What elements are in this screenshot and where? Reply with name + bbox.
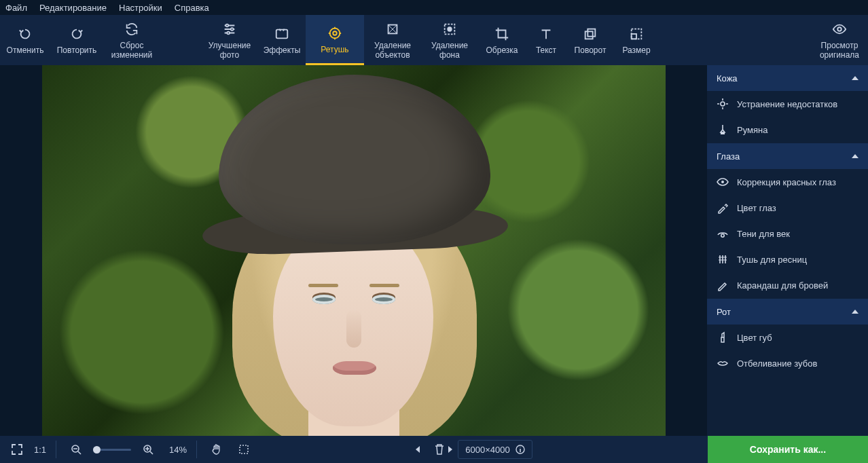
info-icon[interactable] bbox=[516, 445, 525, 454]
hand-tool-button[interactable] bbox=[206, 436, 227, 463]
next-button[interactable] bbox=[440, 436, 460, 463]
retouch-button[interactable]: Ретушь bbox=[306, 15, 364, 65]
eye-icon bbox=[717, 176, 729, 188]
zoom-in-button[interactable] bbox=[138, 436, 158, 463]
eyeshadow-icon bbox=[717, 227, 729, 240]
item-eyeshadow[interactable]: Тени для век bbox=[707, 221, 868, 246]
remove-objects-button[interactable]: Удаление объектов bbox=[364, 15, 421, 65]
prev-button[interactable] bbox=[408, 436, 428, 463]
section-eyes-header[interactable]: Глаза bbox=[707, 143, 868, 169]
fullscreen-icon bbox=[11, 443, 23, 456]
chevron-up-icon bbox=[852, 154, 858, 158]
photo-preview bbox=[42, 65, 666, 436]
menu-file[interactable]: Файл bbox=[5, 3, 27, 13]
menu-help[interactable]: Справка bbox=[175, 3, 209, 13]
svg-point-1 bbox=[231, 28, 234, 31]
svg-point-8 bbox=[447, 26, 452, 31]
mascara-icon bbox=[717, 253, 729, 265]
svg-point-14 bbox=[721, 102, 725, 106]
item-mascara[interactable]: Тушь для ресниц bbox=[707, 246, 868, 272]
lipstick-icon bbox=[717, 331, 729, 344]
svg-point-2 bbox=[227, 32, 230, 35]
svg-rect-21 bbox=[240, 445, 248, 453]
bottom-bar: 1:1 14% 6000×4000 Сохранить как... bbox=[0, 436, 868, 463]
redo-button[interactable]: Повторить bbox=[50, 15, 103, 65]
reset-icon bbox=[124, 22, 139, 37]
section-skin-header[interactable]: Кожа bbox=[707, 65, 868, 91]
rotate-button[interactable]: Поворот bbox=[566, 15, 614, 65]
eye-icon bbox=[832, 22, 847, 37]
retouch-icon bbox=[327, 26, 342, 41]
dimensions-display: 6000×4000 bbox=[458, 440, 532, 459]
remove-bg-button[interactable]: Удаление фона bbox=[421, 15, 478, 65]
main-area: Кожа Устранение недостатков Румяна Глаза… bbox=[0, 65, 868, 436]
enhance-button[interactable]: Улучшение фото bbox=[201, 15, 258, 65]
reset-button[interactable]: Сброс изменений bbox=[103, 15, 160, 65]
crop-icon bbox=[494, 26, 509, 41]
zoom-in-icon bbox=[143, 444, 153, 455]
resize-button[interactable]: Размер bbox=[614, 15, 659, 65]
svg-point-13 bbox=[837, 27, 842, 31]
menu-settings[interactable]: Настройки bbox=[119, 3, 162, 13]
rotate-icon bbox=[583, 26, 598, 41]
item-red-eye[interactable]: Коррекция красных глаз bbox=[707, 169, 868, 195]
save-as-button[interactable]: Сохранить как... bbox=[708, 436, 868, 463]
selection-tool-button[interactable] bbox=[234, 436, 254, 463]
sliders-icon bbox=[222, 22, 237, 37]
zoom-percent: 14% bbox=[169, 445, 187, 455]
crop-button[interactable]: Обрезка bbox=[478, 15, 526, 65]
zoom-out-icon bbox=[71, 444, 82, 455]
svg-point-0 bbox=[226, 24, 229, 27]
menu-edit[interactable]: Редактирование bbox=[39, 3, 107, 13]
svg-point-5 bbox=[333, 31, 337, 35]
zoom-slider-thumb[interactable] bbox=[93, 446, 101, 453]
retouch-panel: Кожа Устранение недостатков Румяна Глаза… bbox=[707, 65, 868, 436]
undo-button[interactable]: Отменить bbox=[0, 15, 50, 65]
view-original-button[interactable]: Просмотр оригинала bbox=[811, 15, 868, 65]
undo-icon bbox=[18, 26, 33, 41]
selection-icon bbox=[238, 443, 250, 456]
item-teeth-whiten[interactable]: Отбеливание зубов bbox=[707, 350, 868, 376]
chevron-up-icon bbox=[852, 76, 858, 80]
dropper-icon bbox=[717, 202, 729, 214]
item-blemish-removal[interactable]: Устранение недостатков bbox=[707, 91, 868, 117]
canvas-area[interactable] bbox=[0, 65, 707, 436]
main-toolbar: Отменить Повторить Сброс изменений Улучш… bbox=[0, 15, 868, 65]
text-button[interactable]: Текст bbox=[526, 15, 566, 65]
menu-bar: Файл Редактирование Настройки Справка bbox=[0, 0, 868, 15]
svg-point-16 bbox=[721, 181, 724, 183]
hand-icon bbox=[211, 443, 223, 456]
section-mouth-header[interactable]: Рот bbox=[707, 299, 868, 325]
brush-icon bbox=[717, 124, 729, 136]
svg-rect-15 bbox=[721, 132, 725, 134]
effects-button[interactable]: Эффекты bbox=[258, 15, 306, 65]
svg-rect-9 bbox=[585, 31, 593, 39]
lips-icon bbox=[717, 357, 729, 369]
item-brow-pencil[interactable]: Карандаш для бровей bbox=[707, 272, 868, 298]
resize-icon bbox=[629, 26, 644, 41]
svg-rect-3 bbox=[276, 30, 288, 39]
chevron-up-icon bbox=[852, 310, 858, 314]
target-icon bbox=[717, 98, 729, 110]
svg-rect-10 bbox=[587, 29, 595, 37]
text-icon bbox=[539, 26, 554, 41]
fullscreen-button[interactable] bbox=[7, 436, 27, 463]
prev-icon bbox=[413, 445, 422, 454]
svg-rect-18 bbox=[721, 337, 724, 342]
redo-icon bbox=[69, 26, 84, 41]
zoom-slider[interactable] bbox=[93, 449, 131, 451]
bg-remove-icon bbox=[442, 22, 457, 37]
actual-size-button[interactable]: 1:1 bbox=[34, 436, 46, 463]
eraser-icon bbox=[385, 22, 400, 37]
item-blush[interactable]: Румяна bbox=[707, 117, 868, 143]
pencil-icon bbox=[717, 279, 729, 291]
svg-point-4 bbox=[330, 28, 340, 38]
next-icon bbox=[446, 445, 455, 454]
svg-rect-12 bbox=[632, 34, 636, 39]
item-eye-color[interactable]: Цвет глаз bbox=[707, 195, 868, 221]
item-lip-color[interactable]: Цвет губ bbox=[707, 325, 868, 350]
effects-icon bbox=[274, 26, 289, 41]
zoom-out-button[interactable] bbox=[66, 436, 86, 463]
svg-point-17 bbox=[721, 234, 724, 237]
